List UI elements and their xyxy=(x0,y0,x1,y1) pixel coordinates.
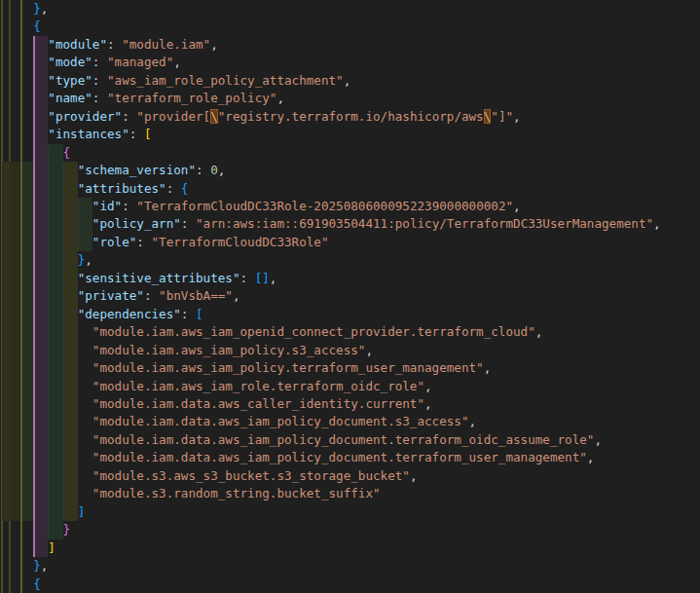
indent-band xyxy=(35,378,49,395)
indent-band xyxy=(2,234,10,251)
indent-band xyxy=(22,342,34,359)
indent-band xyxy=(35,215,49,233)
indent-band xyxy=(35,287,49,305)
indent-band xyxy=(48,467,63,485)
code-line[interactable]: "module.iam.aws_iam_openid_connect_provi… xyxy=(0,323,700,341)
code-text: "mode": "managed", xyxy=(48,54,181,71)
code-line[interactable]: "dependencies": [ xyxy=(0,306,700,323)
indent-band xyxy=(2,378,10,395)
token: : xyxy=(196,163,210,177)
code-line[interactable]: } xyxy=(0,521,700,538)
token: , xyxy=(587,450,595,464)
code-text: "module.iam.aws_iam_role.terraform_oidc_… xyxy=(92,378,432,395)
token: "module.iam.aws_iam_role.terraform_oidc_… xyxy=(92,379,424,393)
indent-band xyxy=(63,359,78,377)
token: } xyxy=(63,522,71,537)
indent-band xyxy=(10,287,21,305)
indent-band xyxy=(35,413,49,430)
code-line[interactable]: "module.iam.data.aws_caller_identity.cur… xyxy=(0,395,700,413)
token: : xyxy=(107,37,122,52)
code-line[interactable]: "name": "terraform_role_policy", xyxy=(0,90,700,107)
indent-band xyxy=(10,395,21,413)
token: : xyxy=(122,199,136,213)
token: : xyxy=(181,307,196,321)
indent-band xyxy=(2,342,10,359)
code-line[interactable]: "module": "module.iam", xyxy=(0,36,700,54)
indent-band xyxy=(35,108,49,126)
code-line[interactable]: "module.iam.data.aws_iam_policy_document… xyxy=(0,431,700,449)
code-line[interactable]: "role": "TerraformCloudDC33Role" xyxy=(0,234,700,251)
indent-band xyxy=(63,234,78,251)
code-line[interactable]: }, xyxy=(0,251,700,269)
token: ] xyxy=(78,504,86,519)
code-text: "id": "TerraformCloudDC33Role-2025080600… xyxy=(92,198,521,215)
code-line[interactable]: "module.s3.aws_s3_bucket.s3_storage_buck… xyxy=(0,467,700,485)
indent-band xyxy=(63,431,78,449)
indent-band xyxy=(35,251,49,269)
code-line[interactable]: "module.iam.data.aws_iam_policy_document… xyxy=(0,413,700,430)
code-text: "module.iam.aws_iam_policy.s3_access", xyxy=(92,342,373,359)
code-line[interactable]: "schema_version": 0, xyxy=(0,162,700,179)
code-line[interactable]: ] xyxy=(0,539,700,557)
indent-band xyxy=(63,180,78,198)
code-line[interactable]: "module.iam.aws_iam_policy.terraform_use… xyxy=(0,359,700,377)
code-text: "module.iam.data.aws_iam_policy_document… xyxy=(92,431,602,449)
code-line[interactable]: "id": "TerraformCloudDC33Role-2025080600… xyxy=(0,198,700,215)
indent-band xyxy=(35,126,49,143)
code-line[interactable]: "provider": "provider[\"registry.terrafo… xyxy=(0,108,700,126)
token: } xyxy=(33,558,41,573)
code-line[interactable]: "sensitive_attributes": [], xyxy=(0,270,700,287)
token: "name" xyxy=(48,91,92,105)
escape-char-highlight: \ xyxy=(210,109,218,124)
indent-band xyxy=(10,162,21,179)
code-line[interactable]: "mode": "managed", xyxy=(0,54,700,71)
code-line[interactable]: { xyxy=(0,575,700,593)
code-text: { xyxy=(63,144,71,162)
indent-band xyxy=(63,215,78,233)
token: [] xyxy=(255,271,270,285)
indent-band xyxy=(48,359,63,377)
indent-band xyxy=(22,359,34,377)
token: , xyxy=(85,252,92,267)
indent-band xyxy=(2,485,10,502)
indent-band xyxy=(35,431,49,449)
token: : xyxy=(92,55,107,69)
token: { xyxy=(181,181,189,196)
code-line[interactable]: { xyxy=(0,144,700,162)
code-editor[interactable]: },{"module": "module.iam","mode": "manag… xyxy=(0,0,700,593)
code-line[interactable]: "policy_arn": "arn:aws:iam::691903504411… xyxy=(0,215,700,233)
token: : xyxy=(129,127,144,141)
token: "arn:aws:iam::691903504411:policy/Terraf… xyxy=(196,216,653,231)
indent-band xyxy=(10,306,21,323)
token: "type" xyxy=(48,73,92,88)
code-line[interactable]: "attributes": { xyxy=(0,180,700,198)
token: "instances" xyxy=(48,127,129,141)
code-line[interactable]: { xyxy=(0,18,700,35)
token: "module.s3.aws_s3_bucket.s3_storage_buck… xyxy=(92,468,410,483)
code-line[interactable]: "module.s3.random_string.bucket_suffix" xyxy=(0,485,700,502)
code-line[interactable]: "instances": [ xyxy=(0,126,700,143)
code-line[interactable]: }, xyxy=(0,557,700,574)
indent-band xyxy=(48,180,63,198)
indent-band xyxy=(78,234,92,251)
code-line[interactable]: }, xyxy=(0,0,700,18)
code-line[interactable]: "type": "aws_iam_role_policy_attachment"… xyxy=(0,72,700,90)
token: : xyxy=(136,235,151,249)
code-line[interactable]: "module.iam.aws_iam_role.terraform_oidc_… xyxy=(0,378,700,395)
code-line[interactable]: "private": "bnVsbA==", xyxy=(0,287,700,305)
indent-band xyxy=(48,521,63,538)
indent-band xyxy=(35,521,49,538)
indent-band xyxy=(48,503,63,521)
token: , xyxy=(484,360,492,375)
token: , xyxy=(594,432,602,447)
code-line[interactable]: "module.iam.data.aws_iam_policy_document… xyxy=(0,449,700,466)
code-text: } xyxy=(63,521,71,538)
code-line[interactable]: ] xyxy=(0,503,700,521)
token: "terraform_role_policy" xyxy=(107,91,276,105)
indent-band xyxy=(2,359,10,377)
indent-band xyxy=(48,306,63,323)
token: "mode" xyxy=(48,55,92,69)
token: "module.iam.data.aws_iam_policy_document… xyxy=(92,432,595,447)
code-text: "module.s3.random_string.bucket_suffix" xyxy=(92,485,381,502)
code-line[interactable]: "module.iam.aws_iam_policy.s3_access", xyxy=(0,342,700,359)
